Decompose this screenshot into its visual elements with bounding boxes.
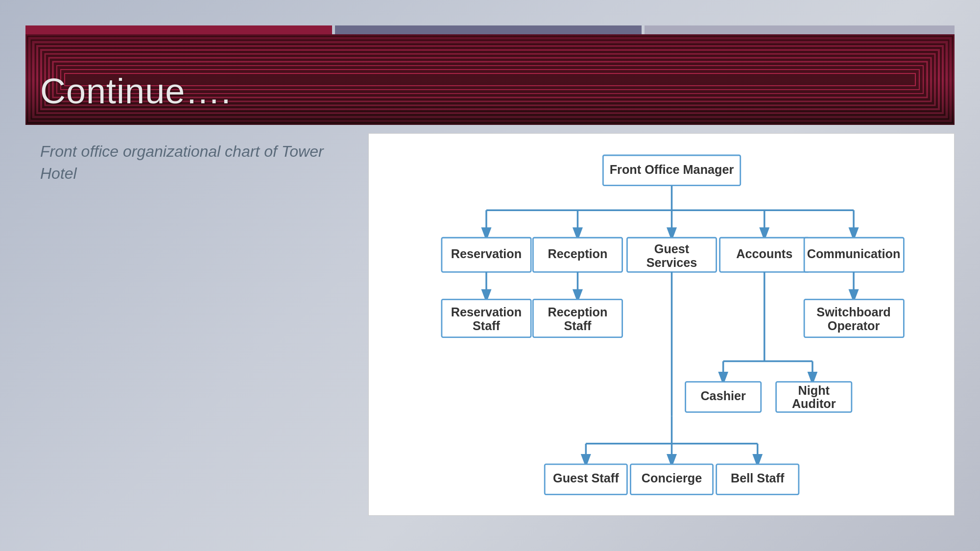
label-accounts: Accounts — [736, 247, 792, 261]
label-communication: Communication — [807, 247, 901, 261]
label-front-office-manager: Front Office Manager — [610, 163, 734, 176]
slide-container: Continue…. Front office organizational c… — [25, 25, 955, 526]
org-chart-svg: Front Office Manager Reservation Recepti… — [379, 148, 944, 505]
label-night-auditor-2: Auditor — [792, 397, 836, 410]
label-switchboard-operator-2: Operator — [828, 319, 880, 333]
label-reception-staff: Reception — [548, 305, 608, 319]
label-reception: Reception — [548, 247, 608, 261]
label-reception-staff-2: Staff — [564, 319, 592, 333]
label-switchboard-operator: Switchboard — [816, 305, 890, 319]
label-reservation-staff: Reservation — [451, 305, 522, 319]
org-chart-container: Front Office Manager Reservation Recepti… — [368, 133, 955, 516]
chart-description: Front office organizational chart of Tow… — [40, 141, 354, 185]
label-concierge: Concierge — [642, 471, 702, 485]
label-reservation-staff-2: Staff — [473, 319, 501, 333]
label-guest-services: Guest — [654, 242, 690, 256]
slide-title: Continue…. — [40, 71, 231, 111]
label-reservation: Reservation — [451, 247, 522, 261]
header-banner: Continue…. — [25, 34, 955, 125]
label-bell-staff: Bell Staff — [731, 471, 785, 485]
label-cashier: Cashier — [700, 389, 746, 403]
label-guest-staff: Guest Staff — [553, 471, 619, 485]
label-guest-services-2: Services — [646, 256, 697, 269]
label-night-auditor: Night — [798, 383, 830, 397]
